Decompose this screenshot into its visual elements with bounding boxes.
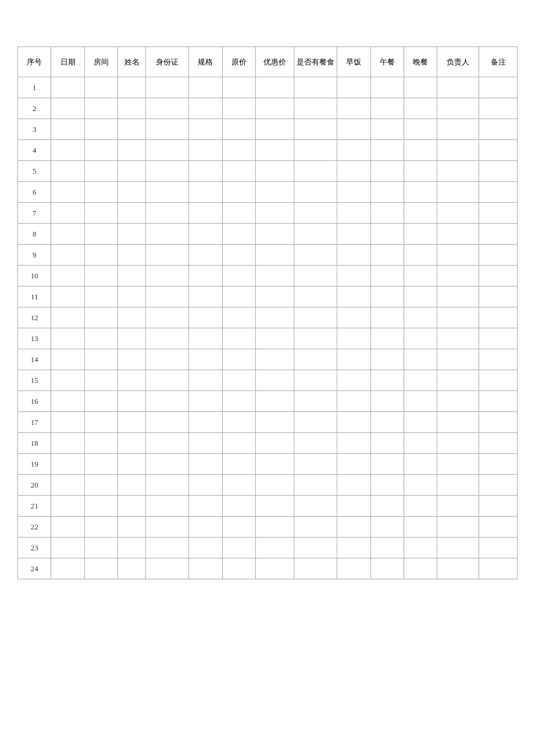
cell-spec — [189, 496, 222, 517]
cell-price — [222, 98, 255, 119]
cell-seq: 16 — [18, 391, 51, 412]
cell-seq: 11 — [18, 286, 51, 307]
cell-manager — [437, 119, 479, 140]
col-header-meal: 是否有餐食 — [294, 47, 337, 77]
cell-name — [118, 161, 146, 182]
cell-price — [222, 203, 255, 224]
cell-discount — [256, 370, 294, 391]
cell-lunch — [370, 370, 404, 391]
cell-name — [118, 558, 146, 579]
cell-name — [118, 433, 146, 454]
cell-price — [222, 412, 255, 433]
table-row: 14 — [18, 349, 518, 370]
cell-discount — [256, 349, 294, 370]
cell-lunch — [370, 328, 404, 349]
cell-manager — [437, 161, 479, 182]
main-table: 序号日期房间姓名身份证规格原价优惠价是否有餐食早饭午餐晚餐负责人备注 12345… — [17, 46, 518, 579]
cell-meal — [294, 349, 337, 370]
cell-name — [118, 349, 146, 370]
cell-spec — [189, 245, 222, 266]
cell-name — [118, 140, 146, 161]
table-row: 6 — [18, 182, 518, 203]
cell-seq: 21 — [18, 496, 51, 517]
cell-date — [51, 286, 84, 307]
col-header-dinner: 晚餐 — [404, 47, 437, 77]
cell-room — [84, 496, 117, 517]
cell-breakfast — [337, 517, 370, 538]
cell-name — [118, 307, 146, 328]
cell-note — [479, 475, 518, 496]
cell-breakfast — [337, 328, 370, 349]
cell-id — [146, 245, 189, 266]
cell-spec — [189, 328, 222, 349]
cell-seq: 2 — [18, 98, 51, 119]
cell-dinner — [404, 245, 437, 266]
cell-lunch — [370, 538, 404, 558]
cell-seq: 6 — [18, 182, 51, 203]
cell-seq: 22 — [18, 517, 51, 538]
cell-date — [51, 161, 84, 182]
cell-manager — [437, 558, 479, 579]
cell-date — [51, 307, 84, 328]
cell-price — [222, 119, 255, 140]
cell-price — [222, 328, 255, 349]
cell-price — [222, 224, 255, 245]
col-header-manager: 负责人 — [437, 47, 479, 77]
cell-meal — [294, 203, 337, 224]
cell-room — [84, 475, 117, 496]
cell-dinner — [404, 558, 437, 579]
cell-spec — [189, 454, 222, 475]
cell-seq: 7 — [18, 203, 51, 224]
cell-breakfast — [337, 538, 370, 558]
cell-date — [51, 140, 84, 161]
cell-breakfast — [337, 161, 370, 182]
cell-seq: 13 — [18, 328, 51, 349]
cell-name — [118, 475, 146, 496]
cell-breakfast — [337, 203, 370, 224]
cell-price — [222, 161, 255, 182]
cell-manager — [437, 328, 479, 349]
cell-manager — [437, 412, 479, 433]
col-header-spec: 规格 — [189, 47, 222, 77]
table-row: 16 — [18, 391, 518, 412]
cell-dinner — [404, 412, 437, 433]
cell-meal — [294, 475, 337, 496]
cell-room — [84, 140, 117, 161]
cell-room — [84, 77, 117, 98]
cell-spec — [189, 349, 222, 370]
cell-date — [51, 412, 84, 433]
cell-room — [84, 391, 117, 412]
table-row: 12 — [18, 307, 518, 328]
table-row: 11 — [18, 286, 518, 307]
cell-note — [479, 140, 518, 161]
cell-name — [118, 496, 146, 517]
cell-spec — [189, 370, 222, 391]
cell-room — [84, 119, 117, 140]
cell-lunch — [370, 119, 404, 140]
cell-meal — [294, 98, 337, 119]
cell-meal — [294, 224, 337, 245]
cell-breakfast — [337, 307, 370, 328]
cell-discount — [256, 307, 294, 328]
cell-name — [118, 182, 146, 203]
cell-discount — [256, 266, 294, 286]
cell-spec — [189, 182, 222, 203]
cell-manager — [437, 266, 479, 286]
cell-manager — [437, 98, 479, 119]
cell-name — [118, 286, 146, 307]
cell-discount — [256, 224, 294, 245]
table-row: 22 — [18, 517, 518, 538]
cell-lunch — [370, 517, 404, 538]
cell-date — [51, 328, 84, 349]
cell-manager — [437, 307, 479, 328]
cell-seq: 12 — [18, 307, 51, 328]
cell-seq: 18 — [18, 433, 51, 454]
cell-spec — [189, 433, 222, 454]
cell-meal — [294, 140, 337, 161]
table-row: 4 — [18, 140, 518, 161]
cell-discount — [256, 245, 294, 266]
cell-id — [146, 119, 189, 140]
cell-room — [84, 558, 117, 579]
cell-lunch — [370, 161, 404, 182]
cell-price — [222, 182, 255, 203]
